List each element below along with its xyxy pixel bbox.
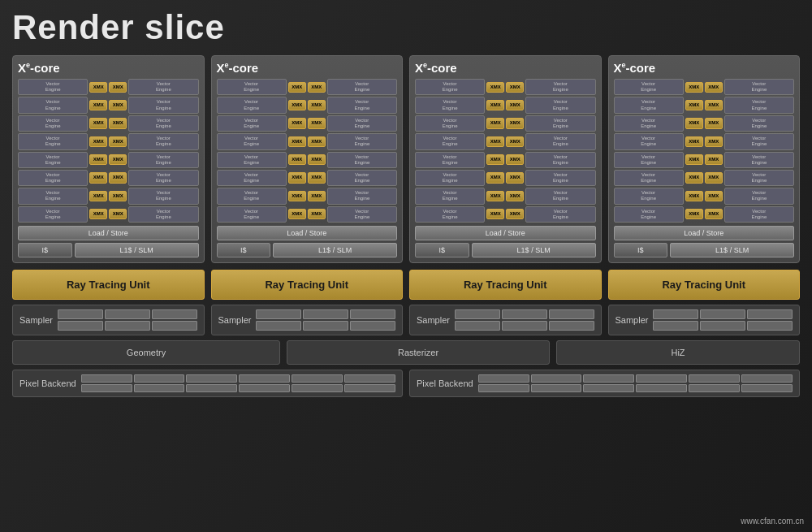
pixel-block xyxy=(636,384,687,392)
pixel-block xyxy=(344,384,395,392)
ray-tracing-unit-4: Ray Tracing Unit xyxy=(608,270,801,300)
sampler-blocks-3 xyxy=(455,309,594,331)
xmx-block: XMX xyxy=(89,209,107,219)
xmx-block: XMX xyxy=(486,172,504,183)
xmx-block: XMX xyxy=(705,118,723,128)
vector-engine: VectorEngine xyxy=(128,133,198,149)
vector-row: VectorEngine XMX XMX VectorEngine xyxy=(217,133,398,149)
vector-row: VectorEngine XMX XMX VectorEngine xyxy=(18,79,199,95)
vector-engine: VectorEngine xyxy=(18,97,88,113)
pixel-block xyxy=(741,384,793,392)
vector-engine: VectorEngine xyxy=(217,206,287,223)
pixel-block xyxy=(134,374,185,383)
vector-row: VectorEngine XMX XMX VectorEngine xyxy=(18,152,199,168)
sampler-blocks-1 xyxy=(58,309,197,331)
sampler-block xyxy=(549,309,594,319)
sampler-blocks-4 xyxy=(653,309,793,331)
bottom-units-row: Geometry Rasterizer HiZ xyxy=(12,340,800,365)
vector-engine: VectorEngine xyxy=(525,115,595,132)
vector-engine: VectorEngine xyxy=(724,115,794,132)
pixel-block xyxy=(239,374,290,383)
sampler-block xyxy=(303,321,348,331)
xmx-block: XMX xyxy=(506,136,524,147)
xe-core-1-vector-grid: VectorEngine XMX XMX VectorEngine Vector… xyxy=(18,79,199,223)
xmx-block: XMX xyxy=(685,154,703,165)
xmx-block: XMX xyxy=(89,154,107,165)
vector-engine: VectorEngine xyxy=(415,188,485,204)
pixel-block xyxy=(292,374,343,383)
i-cache-4: I$ xyxy=(614,243,668,257)
xmx-block: XMX xyxy=(705,209,723,219)
xmx-block: XMX xyxy=(109,100,127,110)
vector-engine: VectorEngine xyxy=(18,206,88,223)
xmx-block: XMX xyxy=(288,136,306,147)
pixel-block xyxy=(583,384,634,392)
xmx-block: XMX xyxy=(109,172,127,183)
xe-core-2-label: Xe-core xyxy=(217,61,259,75)
vector-engine: VectorEngine xyxy=(724,152,794,168)
vector-engine: VectorEngine xyxy=(415,133,485,149)
l1-cache-1: L1$ / SLM xyxy=(75,243,199,257)
vector-row: VectorEngine XMX XMX VectorEngine xyxy=(18,133,199,149)
vector-row: VectorEngine XMX XMX VectorEngine xyxy=(614,152,795,168)
ray-tracing-row: Ray Tracing Unit Ray Tracing Unit Ray Tr… xyxy=(12,270,800,300)
xmx-block: XMX xyxy=(288,100,306,110)
l1-cache-4: L1$ / SLM xyxy=(670,243,794,257)
pixel-block xyxy=(689,384,740,392)
vector-engine: VectorEngine xyxy=(525,188,595,204)
pixel-block xyxy=(531,374,582,383)
pixel-block xyxy=(292,384,343,392)
sampler-unit-2: Sampler xyxy=(211,305,404,335)
sampler-unit-3: Sampler xyxy=(409,305,602,335)
rasterizer-unit: Rasterizer xyxy=(287,340,550,365)
vector-engine: VectorEngine xyxy=(18,170,88,186)
vector-row: VectorEngine XMX XMX VectorEngine xyxy=(18,188,199,204)
pixel-block xyxy=(134,384,185,392)
xmx-block: XMX xyxy=(486,100,504,110)
xmx-block: XMX xyxy=(89,82,107,93)
vector-engine: VectorEngine xyxy=(128,206,198,223)
pixel-block xyxy=(478,384,529,392)
vector-engine: VectorEngine xyxy=(614,133,684,149)
sampler-row: Sampler Sampler Sampler xyxy=(12,305,800,335)
sampler-block xyxy=(152,309,197,319)
sampler-block xyxy=(747,321,793,331)
vector-engine: VectorEngine xyxy=(128,97,198,113)
vector-row: VectorEngine XMX XMX VectorEngine xyxy=(614,133,795,149)
load-store-4: Load / Store xyxy=(614,226,795,240)
xmx-block: XMX xyxy=(685,172,703,183)
xmx-block: XMX xyxy=(89,191,107,201)
vector-row: VectorEngine XMX XMX VectorEngine xyxy=(217,206,398,223)
vector-engine: VectorEngine xyxy=(724,170,794,186)
xmx-block: XMX xyxy=(705,154,723,165)
sampler-unit-1: Sampler xyxy=(12,305,205,335)
vector-engine: VectorEngine xyxy=(614,79,684,95)
xmx-block: XMX xyxy=(308,118,326,128)
load-store-2: Load / Store xyxy=(217,226,398,240)
sampler-block xyxy=(747,309,793,319)
xmx-block: XMX xyxy=(705,136,723,147)
vector-engine: VectorEngine xyxy=(415,79,485,95)
vector-engine: VectorEngine xyxy=(327,170,397,186)
xe-core-4-vector-grid: VectorEngine XMX XMX VectorEngine Vector… xyxy=(614,79,795,223)
xmx-block: XMX xyxy=(685,191,703,201)
vector-engine: VectorEngine xyxy=(724,206,794,223)
ray-tracing-unit-1: Ray Tracing Unit xyxy=(12,270,205,300)
vector-row: VectorEngine XMX XMX VectorEngine xyxy=(614,97,795,113)
vector-row: VectorEngine XMX XMX VectorEngine xyxy=(217,152,398,168)
vector-engine: VectorEngine xyxy=(614,152,684,168)
vector-engine: VectorEngine xyxy=(614,206,684,223)
sampler-block xyxy=(502,321,547,331)
xmx-block: XMX xyxy=(308,154,326,165)
pixel-block xyxy=(344,374,395,383)
sampler-block xyxy=(58,321,103,331)
sampler-block xyxy=(105,321,150,331)
vector-engine: VectorEngine xyxy=(128,79,198,95)
xmx-block: XMX xyxy=(288,118,306,128)
xmx-block: XMX xyxy=(89,172,107,183)
vector-row: VectorEngine XMX XMX VectorEngine xyxy=(614,170,795,186)
xmx-block: XMX xyxy=(308,100,326,110)
xmx-block: XMX xyxy=(109,191,127,201)
xe-core-1-header: Xe-core xyxy=(18,61,199,75)
pixel-block xyxy=(239,384,290,392)
